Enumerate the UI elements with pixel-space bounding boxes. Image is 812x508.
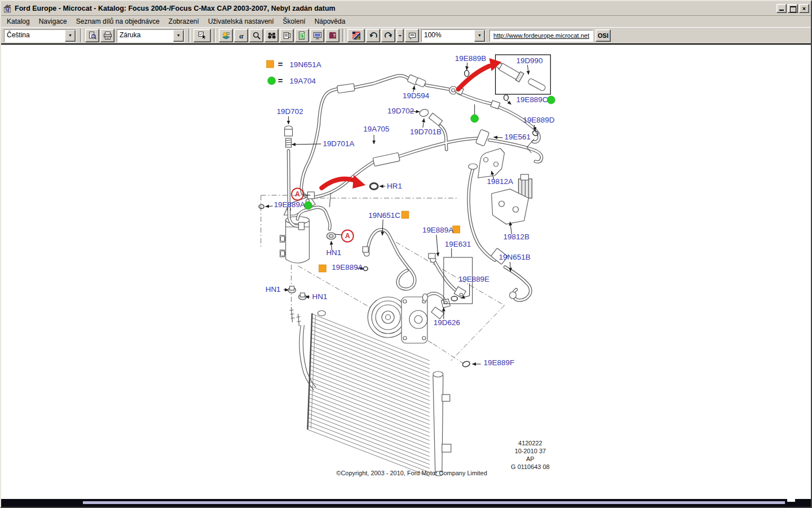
undo-button[interactable] xyxy=(366,29,380,42)
toolbar-separator xyxy=(188,29,191,42)
part-label-HN1[interactable]: HN1 xyxy=(326,248,341,257)
green-circle-marker xyxy=(304,202,312,209)
print-preview-button[interactable] xyxy=(85,29,99,42)
title-bar: M Ford Europe - Microcat - Katalog: Focu… xyxy=(1,1,811,16)
orange-square-marker xyxy=(401,211,409,218)
microcat-url-link[interactable]: http://www.fordeurope.microcat.net xyxy=(493,32,589,39)
window-bottom-edge xyxy=(1,499,811,507)
part-label-19D594[interactable]: 19D594 xyxy=(403,91,430,100)
language-select[interactable]: Čeština ▼ xyxy=(4,29,76,42)
part-label-19E889E[interactable]: 19E889E xyxy=(458,275,489,283)
price-button[interactable]: $ xyxy=(295,29,309,42)
part-label-19A705[interactable]: 19A705 xyxy=(363,125,389,133)
orange-square-marker xyxy=(319,265,326,272)
alpha-icon: α xyxy=(237,31,246,40)
legend-code-19N651A[interactable]: 19N651A xyxy=(290,60,321,69)
parts-catalog-button[interactable] xyxy=(219,29,233,42)
copyright-text: ©Copyright, 2003 - 2010, Ford Motor Comp… xyxy=(336,470,487,476)
app-icon: M xyxy=(3,4,12,13)
part-label-19812A[interactable]: 19812A xyxy=(487,177,513,186)
menu-item-n-pov-da[interactable]: Nápověda xyxy=(310,16,350,27)
menu-item-seznam-d-l-na-objedn-vce[interactable]: Seznam dílů na objednávce xyxy=(72,16,164,27)
part-label-HN1[interactable]: HN1 xyxy=(266,285,281,294)
alpha-index-button[interactable]: α xyxy=(234,29,248,42)
part-label-19E561[interactable]: 19E561 xyxy=(505,133,531,141)
print-button[interactable] xyxy=(100,29,114,42)
part-label-19E889D[interactable]: 19E889D xyxy=(523,116,554,124)
menu-item-zobrazen-[interactable]: Zobrazení xyxy=(164,16,204,27)
compressor-artwork xyxy=(368,297,427,343)
green-circle-marker xyxy=(547,96,555,104)
part-label-19E889C[interactable]: 19E889C xyxy=(516,95,548,104)
language-flags-button[interactable] xyxy=(347,29,365,42)
notes-icon xyxy=(408,31,417,40)
part-label-19D702[interactable]: 19D702 xyxy=(277,107,303,116)
pointer-select-button[interactable] xyxy=(193,29,211,42)
part-label-19N651B[interactable]: 19N651B xyxy=(499,253,531,261)
menu-item--kolen-[interactable]: Školení xyxy=(279,16,310,27)
part-label-19D701A[interactable]: 19D701A xyxy=(323,139,354,148)
part-label-19N651C[interactable]: 19N651C xyxy=(368,211,400,220)
undo-icon xyxy=(369,31,378,40)
find-button[interactable] xyxy=(264,29,279,42)
part-label-19E889B[interactable]: 19E889B xyxy=(455,54,486,63)
window-title: Ford Europe - Microcat - Katalog: Focus … xyxy=(15,5,776,12)
menu-item-navigace[interactable]: Navigace xyxy=(34,16,72,27)
legend-equals: = xyxy=(278,76,283,85)
screen-view-button[interactable] xyxy=(310,29,324,42)
part-label-19E889F[interactable]: 19E889F xyxy=(484,358,515,367)
part-label-19D702[interactable]: 19D702 xyxy=(387,107,414,115)
bottom-edge-notch xyxy=(787,499,795,502)
parts-list-button[interactable] xyxy=(280,29,294,42)
plate-text: 10-2010 37 xyxy=(515,448,546,454)
zoom-select[interactable]: 100% ▼ xyxy=(421,29,486,42)
part-label-19E889A[interactable]: 19E889A xyxy=(274,200,305,209)
category-select-value: Záruka xyxy=(117,30,173,42)
minimize-button[interactable] xyxy=(776,4,787,13)
list-icon xyxy=(283,31,292,40)
toolbar-separator xyxy=(214,29,216,42)
part-label-19812B[interactable]: 19812B xyxy=(504,233,529,241)
svg-text:$: $ xyxy=(301,33,303,38)
part-label-19E889A[interactable]: 19E889A xyxy=(422,226,453,234)
part-label-19E889A[interactable]: 19E889A xyxy=(332,263,363,271)
flags-icon xyxy=(352,31,361,40)
part-label-HR1[interactable]: HR1 xyxy=(387,182,402,190)
chevron-down-icon[interactable]: ▼ xyxy=(474,30,485,42)
toolbar-separator xyxy=(80,29,82,42)
language-select-value: Čeština xyxy=(5,30,65,42)
chevron-down-icon[interactable]: ▼ xyxy=(173,30,184,42)
redo-button[interactable] xyxy=(381,29,395,42)
help-book-icon: ? xyxy=(328,31,337,40)
select-icon xyxy=(198,31,207,40)
part-label-HN1[interactable]: HN1 xyxy=(312,292,327,301)
parts-icon xyxy=(222,31,231,40)
part-label-19E631[interactable]: 19E631 xyxy=(445,240,471,248)
part-label-19D626[interactable]: 19D626 xyxy=(434,318,460,327)
help-book-button[interactable]: ? xyxy=(325,29,339,42)
toolbar-separator xyxy=(342,29,345,42)
category-select[interactable]: Záruka ▼ xyxy=(117,29,184,42)
diagram-canvas: AA19E889B19D99019E889C19E889D19D59419D70… xyxy=(1,45,811,499)
osi-button[interactable]: OSI xyxy=(595,29,611,42)
plate-text: AP xyxy=(526,456,535,462)
zoom-select-value: 100% xyxy=(422,30,474,42)
svg-text:?: ? xyxy=(333,33,335,37)
redo-dropdown-button[interactable] xyxy=(396,29,404,42)
maximize-button[interactable] xyxy=(788,4,798,13)
part-label-19D990[interactable]: 19D990 xyxy=(516,56,542,65)
menu-item-u-ivatelsk-nastaven-[interactable]: Uživatelská nastavení xyxy=(204,16,279,27)
screen-icon xyxy=(313,31,322,40)
bottom-edge-band xyxy=(83,501,785,504)
close-button[interactable]: × xyxy=(799,4,809,13)
part-label-19D701B[interactable]: 19D701B xyxy=(410,128,442,136)
menu-item-katalog[interactable]: Katalog xyxy=(2,16,34,27)
chevron-down-icon[interactable]: ▼ xyxy=(65,30,76,42)
hose-artwork xyxy=(289,76,542,303)
url-field: http://www.fordeurope.microcat.net xyxy=(489,30,593,42)
circled-a-letter: A xyxy=(345,232,350,240)
annotations-button[interactable] xyxy=(405,29,419,42)
svg-text:α: α xyxy=(239,32,244,40)
legend-code-19A704[interactable]: 19A704 xyxy=(290,77,316,85)
zoom-tool-button[interactable] xyxy=(249,29,263,42)
